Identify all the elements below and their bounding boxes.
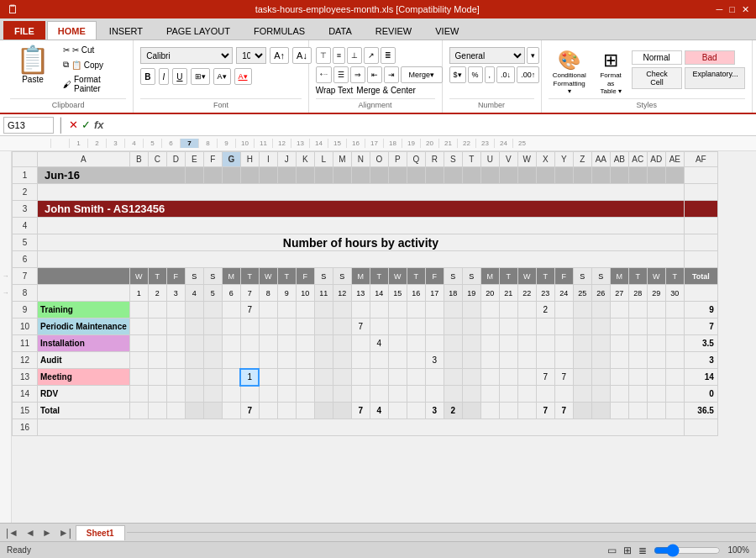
day-letter[interactable]: M <box>480 268 499 285</box>
cell[interactable] <box>185 335 203 352</box>
align-top-btn[interactable]: ⊤ <box>316 47 331 64</box>
decrease-indent-btn[interactable]: ⇤ <box>367 66 382 83</box>
row-num-6[interactable]: 6 <box>13 251 38 268</box>
cell[interactable] <box>314 318 333 335</box>
cell[interactable] <box>480 335 499 352</box>
cell[interactable] <box>296 302 314 318</box>
cell[interactable] <box>240 352 259 369</box>
day-letter[interactable]: S <box>462 268 480 285</box>
cell[interactable] <box>407 352 425 369</box>
cell[interactable] <box>259 335 277 352</box>
empty-cell[interactable] <box>314 167 333 184</box>
col-header-AB[interactable]: AB <box>610 152 628 167</box>
cell[interactable] <box>647 403 665 419</box>
cell[interactable] <box>259 352 277 369</box>
cell[interactable] <box>370 386 388 403</box>
cell-total-23[interactable]: 7 <box>536 403 554 419</box>
total-label[interactable]: Total <box>38 403 130 419</box>
cell[interactable] <box>259 403 277 419</box>
cell-name[interactable]: John Smith - AS123456 <box>38 201 685 218</box>
cell[interactable] <box>388 352 407 369</box>
cell[interactable] <box>351 302 370 318</box>
col-header-T[interactable]: T <box>462 152 480 167</box>
cell[interactable] <box>314 386 333 403</box>
cell[interactable] <box>610 318 628 335</box>
empty-cell[interactable] <box>684 419 717 436</box>
tab-page-layout[interactable]: PAGE LAYOUT <box>155 21 241 39</box>
cell[interactable] <box>462 369 480 386</box>
day-num[interactable]: 20 <box>480 285 499 302</box>
total-training[interactable]: 9 <box>684 302 717 318</box>
col-header-R[interactable]: R <box>425 152 444 167</box>
format-painter-button[interactable]: 🖌 Format Painter <box>59 73 126 95</box>
cell[interactable] <box>647 335 665 352</box>
empty-cell[interactable] <box>684 184 717 201</box>
empty-cell[interactable] <box>240 167 259 184</box>
col-header-N[interactable]: N <box>351 152 370 167</box>
cell[interactable] <box>665 318 684 335</box>
cell[interactable] <box>222 369 240 386</box>
cell[interactable] <box>185 403 203 419</box>
formula-input[interactable] <box>108 117 753 134</box>
cell[interactable] <box>129 352 148 369</box>
empty-row2[interactable] <box>38 184 685 201</box>
cell[interactable] <box>166 369 185 386</box>
cell-jun16[interactable]: Jun-16 <box>38 167 186 184</box>
col-header-U[interactable]: U <box>480 152 499 167</box>
cell[interactable] <box>314 352 333 369</box>
cell[interactable] <box>240 318 259 335</box>
col-header-S[interactable]: S <box>444 152 462 167</box>
row-num-14[interactable]: 14 <box>13 386 38 403</box>
row-num-5[interactable]: 5 <box>13 234 38 251</box>
cell[interactable] <box>296 369 314 386</box>
cell[interactable] <box>628 318 647 335</box>
col-header-AF[interactable]: AF <box>684 152 717 167</box>
cell[interactable] <box>536 352 554 369</box>
cell[interactable] <box>407 369 425 386</box>
cell[interactable] <box>203 369 222 386</box>
cell[interactable] <box>185 318 203 335</box>
empty-cell[interactable] <box>203 167 222 184</box>
cell[interactable] <box>499 318 517 335</box>
cell[interactable] <box>351 352 370 369</box>
activity-installation[interactable]: Installation <box>38 335 130 352</box>
cell[interactable] <box>517 352 536 369</box>
row-num-11[interactable]: 11 <box>13 335 38 352</box>
row-num-1[interactable]: 1 <box>13 167 38 184</box>
cell[interactable] <box>647 386 665 403</box>
day-letter[interactable]: S <box>444 268 462 285</box>
cell[interactable] <box>536 386 554 403</box>
empty-cell[interactable] <box>684 218 717 234</box>
cell-val-7[interactable]: 7 <box>240 302 259 318</box>
cell[interactable] <box>444 369 462 386</box>
tab-view[interactable]: VIEW <box>424 21 470 39</box>
day-num[interactable]: 22 <box>517 285 536 302</box>
col-header-A[interactable]: A <box>38 152 130 167</box>
cell[interactable] <box>610 352 628 369</box>
day-letter[interactable]: F <box>296 268 314 285</box>
day-num[interactable]: 14 <box>370 285 388 302</box>
total-rdv[interactable]: 0 <box>684 386 717 403</box>
underline-button[interactable]: U <box>172 68 186 85</box>
cell[interactable] <box>591 335 610 352</box>
cell[interactable] <box>166 318 185 335</box>
bold-button[interactable]: B <box>140 68 155 85</box>
sheet-nav-next[interactable]: ► <box>39 527 55 539</box>
cell[interactable] <box>554 302 573 318</box>
cell[interactable] <box>333 369 351 386</box>
day-letter[interactable]: S <box>573 268 591 285</box>
tab-data[interactable]: DATA <box>318 21 363 39</box>
cell[interactable] <box>222 302 240 318</box>
day-num[interactable]: 24 <box>554 285 573 302</box>
empty-cell[interactable] <box>333 167 351 184</box>
total-installation[interactable]: 3.5 <box>684 335 717 352</box>
cell[interactable] <box>148 369 166 386</box>
cell[interactable] <box>628 403 647 419</box>
tab-insert[interactable]: INSERT <box>98 21 154 39</box>
empty-cell[interactable] <box>462 167 480 184</box>
cell-val-14-inst[interactable]: 4 <box>370 335 388 352</box>
day-letter[interactable]: T <box>370 268 388 285</box>
col-header-AA[interactable]: AA <box>591 152 610 167</box>
cell[interactable] <box>240 335 259 352</box>
day-num[interactable]: 25 <box>573 285 591 302</box>
